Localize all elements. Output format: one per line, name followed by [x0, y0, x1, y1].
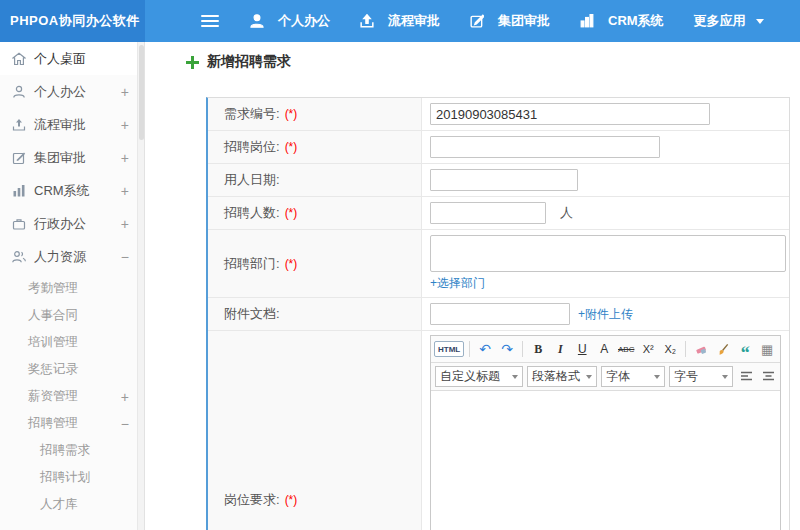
field-value: +附件上传: [422, 298, 789, 330]
sidebar-item-label: 招聘需求: [40, 442, 90, 459]
scrollbar-thumb[interactable]: [139, 45, 144, 140]
sidebar-item-reward-punishment[interactable]: 奖惩记录: [0, 356, 144, 383]
sidebar-item-label: 人事合同: [28, 307, 78, 324]
field-label: 招聘岗位: (*): [208, 131, 422, 163]
redo-button[interactable]: ↷: [497, 339, 517, 359]
nav-workflow-approval[interactable]: 流程审批: [345, 0, 455, 42]
sidebar-item-label: 人力资源: [34, 248, 86, 266]
font-style-button[interactable]: A: [594, 339, 614, 359]
font-family-dropdown[interactable]: 字体: [601, 366, 665, 387]
sidebar-item-label: 集团审批: [34, 149, 86, 167]
bar-chart-icon: [12, 184, 26, 198]
sidebar-item-personal-desktop[interactable]: 个人桌面: [0, 42, 144, 75]
blockquote-icon[interactable]: “: [735, 339, 755, 359]
nav-crm-system[interactable]: CRM系统: [565, 0, 679, 42]
nav-more-apps[interactable]: 更多应用: [679, 0, 779, 42]
field-label: 招聘人数: (*): [208, 197, 422, 229]
align-left-icon[interactable]: [736, 367, 756, 387]
sidebar-item-workflow-approval[interactable]: 流程审批 +: [0, 108, 144, 141]
bold-button[interactable]: B: [528, 339, 548, 359]
sidebar-item-personal-office[interactable]: 个人办公 +: [0, 75, 144, 108]
nav-group-approval[interactable]: 集团审批: [455, 0, 565, 42]
sidebar-item-salary[interactable]: 薪资管理 +: [0, 383, 144, 410]
source-code-button[interactable]: HTML: [434, 341, 464, 357]
sidebar-item-recruitment-plan[interactable]: 招聘计划: [0, 464, 144, 491]
label-text: 需求编号:: [224, 105, 280, 123]
select-department-link[interactable]: +选择部门: [430, 275, 485, 292]
underline-button[interactable]: U: [572, 339, 592, 359]
label-text: 附件文档:: [224, 305, 280, 323]
recruitment-demand-form: 需求编号: (*) 招聘岗位: (*) 用人日期:: [206, 97, 790, 530]
form-row-requirements: 岗位要求: (*) HTML ↶ ↷ B I U A ABC: [208, 331, 789, 530]
demand-no-input[interactable]: [430, 103, 710, 125]
edit-square-icon: [470, 14, 484, 28]
expand-toggle[interactable]: +: [121, 85, 129, 99]
hr-submenu: 考勤管理 人事合同 培训管理 奖惩记录 薪资管理 + 招聘管理 − 招聘需求 招…: [0, 273, 144, 518]
sidebar-item-attendance[interactable]: 考勤管理: [0, 275, 144, 302]
collapse-toggle[interactable]: −: [121, 417, 129, 431]
attachment-upload-link[interactable]: +附件上传: [578, 306, 633, 323]
dropdown-label: 段落格式: [532, 368, 580, 385]
sidebar-item-label: 培训管理: [28, 334, 78, 351]
sidebar-item-admin-office[interactable]: 行政办公 +: [0, 207, 144, 240]
expand-toggle[interactable]: +: [121, 151, 129, 165]
attachment-input[interactable]: [430, 303, 570, 325]
sidebar-item-label: 考勤管理: [28, 280, 78, 297]
heading-dropdown[interactable]: 自定义标题: [435, 366, 523, 387]
page-title-text: 新增招聘需求: [207, 53, 291, 71]
department-textarea[interactable]: [430, 235, 786, 272]
subscript-button[interactable]: X₂: [660, 339, 680, 359]
field-value: +选择部门: [422, 230, 789, 297]
label-text: 招聘部门:: [224, 255, 280, 273]
superscript-button[interactable]: X²: [638, 339, 658, 359]
form-row-hire-date: 用人日期:: [208, 164, 789, 197]
sidebar-item-crm-system[interactable]: CRM系统 +: [0, 174, 144, 207]
field-label: 附件文档:: [208, 298, 422, 330]
chevron-down-icon: [586, 375, 592, 379]
nav-label: 集团审批: [498, 12, 550, 30]
hire-date-input[interactable]: [430, 169, 578, 191]
form-row-demand-no: 需求编号: (*): [208, 98, 789, 131]
sidebar-item-training[interactable]: 培训管理: [0, 329, 144, 356]
italic-button[interactable]: I: [550, 339, 570, 359]
sidebar-item-recruitment-demand[interactable]: 招聘需求: [0, 437, 144, 464]
required-mark: (*): [285, 140, 298, 154]
align-center-icon[interactable]: [758, 367, 778, 387]
insert-table-icon[interactable]: ▦: [757, 339, 777, 359]
chevron-down-icon: [512, 375, 518, 379]
font-size-dropdown[interactable]: 字号: [669, 366, 733, 387]
sidebar-item-label: 招聘计划: [40, 469, 90, 486]
sidebar-item-human-resources[interactable]: 人力资源 −: [0, 240, 144, 273]
sidebar-item-recruitment[interactable]: 招聘管理 −: [0, 410, 144, 437]
label-text: 招聘人数:: [224, 204, 280, 222]
editor-content-area[interactable]: [431, 391, 780, 530]
expand-toggle[interactable]: +: [121, 390, 129, 404]
sidebar-item-label: 个人桌面: [34, 50, 86, 68]
toolbar-separator: [685, 341, 686, 357]
sidebar-item-personnel-contract[interactable]: 人事合同: [0, 302, 144, 329]
headcount-input[interactable]: [430, 202, 546, 224]
sidebar-item-talent-pool[interactable]: 人才库: [0, 491, 144, 518]
expand-toggle[interactable]: +: [121, 184, 129, 198]
dropdown-label: 自定义标题: [440, 368, 500, 385]
expand-toggle[interactable]: +: [121, 217, 129, 231]
editor-toolbar-row2: 自定义标题 段落格式 字体 字号: [431, 363, 780, 391]
hamburger-menu-icon[interactable]: [201, 12, 219, 30]
sidebar-item-label: 行政办公: [34, 215, 86, 233]
sidebar-item-label: CRM系统: [34, 182, 90, 200]
expand-toggle[interactable]: +: [121, 118, 129, 132]
field-value: [422, 131, 789, 163]
remove-format-eraser-icon[interactable]: [691, 339, 711, 359]
format-brush-icon[interactable]: [713, 339, 733, 359]
paragraph-format-dropdown[interactable]: 段落格式: [527, 366, 597, 387]
collapse-toggle[interactable]: −: [121, 250, 129, 264]
undo-button[interactable]: ↶: [475, 339, 495, 359]
strikethrough-button[interactable]: ABC: [616, 339, 636, 359]
nav-personal-office[interactable]: 个人办公: [235, 0, 345, 42]
sidebar-scrollbar[interactable]: [137, 42, 144, 530]
toolbar-separator: [522, 341, 523, 357]
position-input[interactable]: [430, 136, 660, 158]
sidebar-item-group-approval[interactable]: 集团审批 +: [0, 141, 144, 174]
caret-down-icon: [756, 19, 764, 24]
required-mark: (*): [285, 257, 298, 271]
